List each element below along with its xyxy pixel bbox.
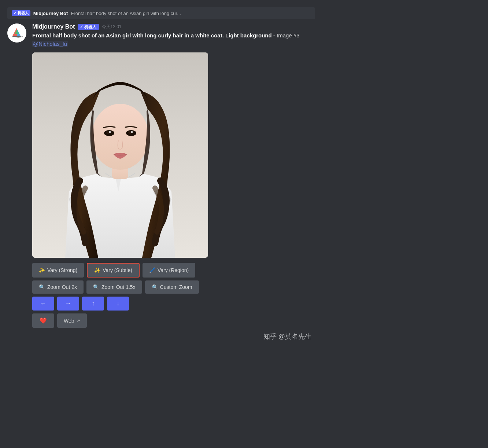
- vary-strong-icon: ✨: [39, 267, 45, 273]
- watermark: 知乎 @莫名先生: [32, 332, 315, 341]
- top-badge: ✓ 机器人: [12, 10, 30, 16]
- svg-point-12: [109, 131, 111, 133]
- message-row: Midjourney Bot ✓ 机器人 今天12:01 Frontal hal…: [7, 23, 315, 341]
- prompt-bold: Frontal half body shot of an Asian girl …: [32, 32, 272, 38]
- zoom-out-2x-button[interactable]: 🔍 Zoom Out 2x: [32, 280, 84, 294]
- button-row-3: ← → ↑ ↓: [32, 297, 315, 311]
- custom-zoom-button[interactable]: 🔍 Custom Zoom: [145, 280, 199, 294]
- zoom-out-2x-icon: 🔍: [39, 284, 45, 290]
- svg-point-13: [131, 131, 133, 133]
- message-header: Midjourney Bot ✓ 机器人 今天12:01: [32, 23, 315, 30]
- vary-region-button[interactable]: 🖊️ Vary (Region): [143, 263, 195, 278]
- vary-subtle-button[interactable]: ✨ Vary (Subtle): [87, 263, 140, 278]
- vary-strong-button[interactable]: ✨ Vary (Strong): [32, 263, 84, 278]
- web-label: Web: [64, 318, 74, 324]
- vary-region-icon: 🖊️: [149, 267, 155, 273]
- custom-zoom-icon: 🔍: [152, 284, 158, 290]
- arrow-right-button[interactable]: →: [57, 297, 79, 311]
- message-timestamp: 今天12:01: [102, 24, 122, 30]
- web-button[interactable]: Web ↗: [57, 313, 87, 328]
- arrow-down-button[interactable]: ↓: [107, 297, 129, 311]
- top-prompt-preview: Frontal half body shot of an Asian girl …: [71, 11, 181, 16]
- button-row-2: 🔍 Zoom Out 2x 🔍 Zoom Out 1.5x 🔍 Custom Z…: [32, 280, 315, 294]
- arrow-up-button[interactable]: ↑: [82, 297, 104, 311]
- button-row-1: ✨ Vary (Strong) ✨ Vary (Subtle) 🖊️ Vary …: [32, 263, 315, 278]
- bot-badge: ✓ 机器人: [78, 24, 99, 30]
- vary-subtle-icon: ✨: [94, 267, 100, 273]
- zoom-out-1-5x-label: Zoom Out 1.5x: [101, 284, 136, 290]
- heart-button[interactable]: ❤️: [32, 313, 54, 328]
- vary-strong-label: Vary (Strong): [47, 267, 77, 273]
- mention: @Nicholas_lu: [32, 41, 68, 47]
- button-row-4: ❤️ Web ↗: [32, 313, 315, 328]
- generated-image: [32, 52, 208, 258]
- vary-subtle-label: Vary (Subtle): [103, 267, 132, 273]
- top-bot-name: Midjourney Bot: [33, 11, 68, 16]
- vary-region-label: Vary (Region): [158, 267, 189, 273]
- arrow-left-button[interactable]: ←: [32, 297, 54, 311]
- zoom-out-2x-label: Zoom Out 2x: [47, 284, 77, 290]
- message-text: Frontal half body shot of an Asian girl …: [32, 32, 315, 48]
- bot-name: Midjourney Bot: [32, 23, 75, 30]
- external-link-icon: ↗: [77, 318, 80, 323]
- zoom-out-1-5x-button[interactable]: 🔍 Zoom Out 1.5x: [86, 280, 142, 294]
- svg-point-7: [92, 104, 149, 170]
- button-rows: ✨ Vary (Strong) ✨ Vary (Subtle) 🖊️ Vary …: [32, 263, 315, 328]
- bot-avatar: [7, 23, 26, 43]
- zoom-out-1-5x-icon: 🔍: [93, 284, 99, 290]
- message-content: Midjourney Bot ✓ 机器人 今天12:01 Frontal hal…: [32, 23, 315, 341]
- top-bar: ✓ 机器人 Midjourney Bot Frontal half body s…: [7, 7, 315, 19]
- custom-zoom-label: Custom Zoom: [160, 284, 192, 290]
- prompt-suffix: - Image #3: [273, 32, 300, 38]
